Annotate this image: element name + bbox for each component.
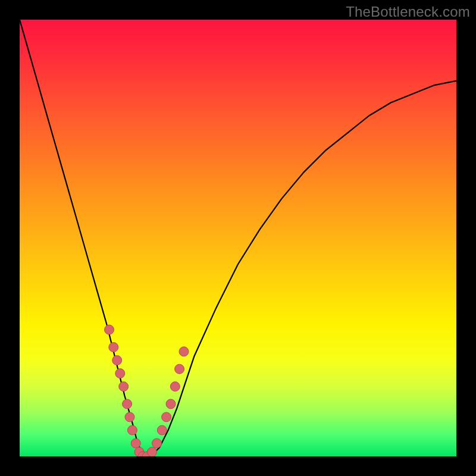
marker-point	[162, 412, 171, 422]
marker-point	[175, 364, 184, 374]
marker-point	[147, 447, 156, 456]
watermark-text: TheBottleneck.com	[346, 4, 470, 20]
marker-point	[170, 382, 180, 392]
marker-point	[157, 425, 167, 435]
marker-point	[152, 439, 162, 448]
marker-point	[123, 399, 132, 409]
marker-point	[166, 399, 176, 409]
marker-point	[119, 382, 129, 392]
bottleneck-curve	[20, 20, 456, 456]
marker-point	[109, 343, 118, 352]
marker-point	[131, 439, 140, 448]
marker-point	[105, 325, 114, 334]
chart-stage: TheBottleneck.com	[0, 0, 476, 476]
marker-point	[112, 356, 122, 365]
marker-point	[179, 347, 189, 356]
chart-overlay	[20, 20, 456, 456]
plot-area	[20, 20, 456, 456]
marker-point	[115, 369, 125, 378]
marker-point	[125, 412, 134, 422]
highlight-markers	[105, 325, 189, 456]
marker-point	[127, 425, 137, 435]
